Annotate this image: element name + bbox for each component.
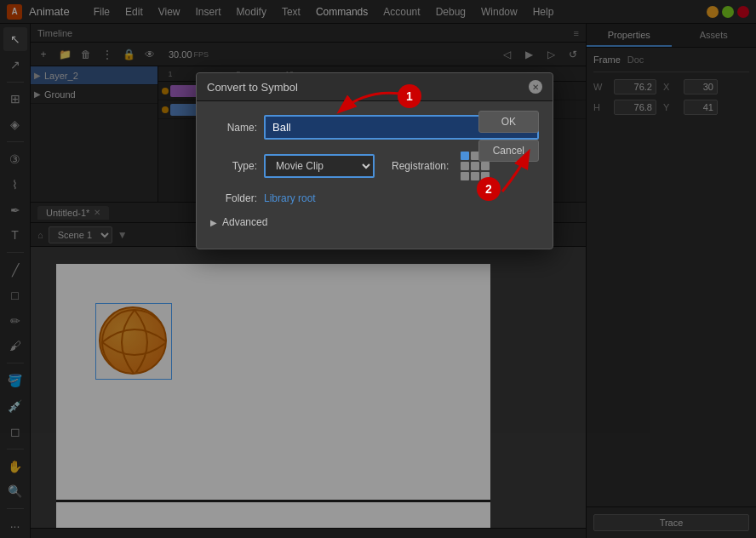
folder-label: Folder:	[210, 192, 257, 204]
advanced-label: Advanced	[222, 216, 267, 228]
type-label: Type:	[210, 160, 257, 172]
reg-dot-tl[interactable]	[461, 152, 469, 160]
modal-close-button[interactable]: ✕	[529, 80, 542, 94]
modal-title: Convert to Symbol	[207, 81, 298, 94]
type-select[interactable]: Movie Clip Button Graphic	[264, 154, 375, 178]
annotation-arrow-2	[477, 145, 545, 196]
advanced-row[interactable]: ▶ Advanced	[210, 216, 539, 228]
reg-dot-ml[interactable]	[461, 162, 469, 170]
ok-button[interactable]: OK	[478, 111, 539, 133]
name-label: Name:	[210, 122, 257, 134]
reg-dot-bl[interactable]	[461, 172, 469, 180]
annotation-arrow-1	[332, 85, 409, 128]
advanced-arrow-icon: ▶	[210, 218, 217, 227]
folder-link[interactable]: Library root	[264, 192, 316, 204]
modal-overlay: Convert to Symbol ✕ Name: Type: Movie Cl…	[0, 0, 756, 538]
registration-label: Registration:	[392, 160, 449, 172]
